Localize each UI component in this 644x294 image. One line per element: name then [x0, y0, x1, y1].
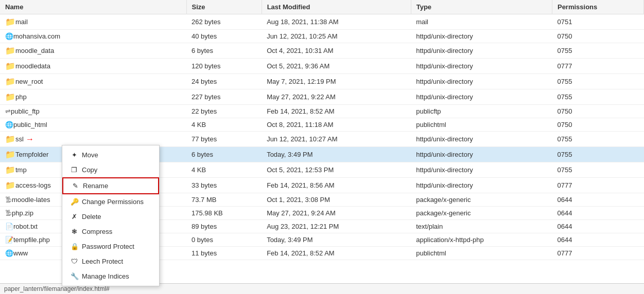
file-size: 11 bytes: [186, 247, 262, 260]
file-perms: 0644: [552, 233, 643, 247]
col-name[interactable]: Name: [0, 0, 186, 14]
table-row[interactable]: 📁 moodledata 120 bytes Oct 5, 2021, 9:36…: [0, 59, 644, 74]
menu-item-label: Compress: [82, 228, 112, 235]
context-menu-item-compress[interactable]: ❃ Compress: [62, 224, 159, 239]
file-perms: 0755: [552, 43, 643, 59]
file-name-cell: 📁 moodle_data: [0, 43, 186, 59]
compress-icon: ❃: [71, 228, 78, 235]
file-type: publichtml: [411, 247, 552, 260]
folder-icon: 📁: [5, 180, 15, 190]
menu-item-label: Leech Protect: [82, 258, 123, 265]
permissions-icon: 🔑: [71, 198, 78, 206]
file-perms: 0755: [552, 132, 643, 147]
file-type: package/x-generic: [411, 207, 552, 220]
arrow-indicator: →: [26, 135, 34, 144]
file-perms: 0755: [552, 89, 643, 105]
folder-icon: 📁: [5, 134, 15, 144]
file-modified: Feb 14, 2021, 8:52 AM: [262, 247, 411, 260]
table-row[interactable]: 📁 ssl → 77 bytes Jun 12, 2021, 10:27 AM …: [0, 132, 644, 147]
file-name-cell: 📁 moodledata: [0, 59, 186, 74]
file-size: 77 bytes: [186, 132, 262, 147]
file-size: 6 bytes: [186, 43, 262, 59]
file-type: httpd/unix-directory: [411, 59, 552, 74]
file-name: access-logs: [15, 181, 51, 189]
file-name-cell: 📁 php: [0, 89, 186, 105]
menu-item-label: Manage Indices: [82, 272, 129, 280]
file-name: tmp: [15, 166, 27, 174]
file-modified: Oct 5, 2021, 9:36 AM: [262, 59, 411, 74]
folder-icon: 📁: [5, 165, 15, 175]
file-modified: Today, 3:49 PM: [262, 147, 411, 162]
file-name-cell: ⇌ public_ftp: [0, 105, 186, 118]
file-type: httpd/unix-directory: [411, 74, 552, 89]
file-perms: 0751: [552, 14, 643, 30]
php-icon: 📝: [5, 236, 13, 244]
file-name: php: [15, 93, 27, 101]
wrench-icon: 🔧: [71, 272, 78, 280]
file-modified: Oct 8, 2021, 11:18 AM: [262, 118, 411, 132]
table-row[interactable]: 📁 new_root 24 bytes May 7, 2021, 12:19 P…: [0, 74, 644, 89]
file-size: 40 bytes: [186, 30, 262, 43]
file-name: Tempfolder: [15, 151, 48, 158]
rename-icon: ✎: [72, 182, 79, 190]
file-modified: Jun 12, 2021, 10:25 AM: [262, 30, 411, 43]
file-modified: Today, 3:49 PM: [262, 233, 411, 247]
file-name: www: [13, 249, 28, 257]
file-type: text/plain: [411, 220, 552, 233]
menu-item-label: Delete: [82, 213, 101, 220]
table-row[interactable]: 🌐 public_html 4 KB Oct 8, 2021, 11:18 AM…: [0, 118, 644, 132]
file-perms: 0755: [552, 74, 643, 89]
file-type: httpd/unix-directory: [411, 132, 552, 147]
table-header-row: Name Size Last Modified Type Permissions: [0, 0, 644, 14]
context-menu-item-delete[interactable]: ✗ Delete: [62, 209, 159, 224]
file-modified: May 27, 2021, 9:24 AM: [262, 207, 411, 220]
folder-icon: 📁: [5, 61, 15, 71]
file-perms: 0755: [552, 162, 643, 178]
file-name: moodle-lates: [12, 196, 50, 204]
file-type: httpd/unix-directory: [411, 162, 552, 178]
table-row[interactable]: 🌐 mohansiva.com 40 bytes Jun 12, 2021, 1…: [0, 30, 644, 43]
txt-icon: 📄: [5, 223, 13, 230]
context-menu-item-copy[interactable]: ❐ Copy: [62, 162, 159, 177]
col-type[interactable]: Type: [411, 0, 552, 14]
context-menu-item-manage-indices[interactable]: 🔧 Manage Indices: [62, 269, 159, 284]
copy-icon: ❐: [71, 166, 78, 174]
zip-icon: 🗜: [5, 209, 12, 217]
file-size: 0 bytes: [186, 233, 262, 247]
file-size: 33 bytes: [186, 178, 262, 193]
file-modified: Feb 14, 2021, 8:56 AM: [262, 178, 411, 193]
context-menu-item-leech-protect[interactable]: 🛡 Leech Protect: [62, 254, 159, 269]
table-row[interactable]: 📁 moodle_data 6 bytes Oct 4, 2021, 10:31…: [0, 43, 644, 59]
file-size: 22 bytes: [186, 105, 262, 118]
table-row[interactable]: ⇌ public_ftp 22 bytes Feb 14, 2021, 8:52…: [0, 105, 644, 118]
file-type: httpd/unix-directory: [411, 43, 552, 59]
file-perms: 0777: [552, 59, 643, 74]
file-name: public_ftp: [11, 107, 40, 115]
col-size[interactable]: Size: [186, 0, 262, 14]
file-name-cell: 📁 new_root: [0, 74, 186, 89]
lock-icon: 🔒: [71, 243, 78, 250]
file-name: tempfile.php: [13, 236, 50, 244]
arrows-icon: ⇌: [5, 107, 11, 115]
table-row[interactable]: 📁 mail 262 bytes Aug 18, 2021, 11:38 AM …: [0, 14, 644, 30]
file-perms: 0750: [552, 30, 643, 43]
file-type: package/x-generic: [411, 193, 552, 207]
context-menu-item-move[interactable]: ✦ Move: [62, 148, 159, 162]
context-menu-item-rename[interactable]: ✎ Rename: [62, 177, 159, 194]
folder-icon: 📁: [5, 77, 15, 86]
folder-icon: 📁: [5, 92, 15, 102]
table-row[interactable]: 📁 php 227 bytes May 27, 2021, 9:22 AM ht…: [0, 89, 644, 105]
file-name-cell: 🌐 public_html: [0, 118, 186, 132]
file-name-cell: 🌐 mohansiva.com: [0, 30, 186, 43]
file-name-cell: 📁 ssl →: [0, 132, 186, 147]
context-menu-item-change-permissions[interactable]: 🔑 Change Permissions: [62, 194, 159, 209]
context-menu-item-password-protect[interactable]: 🔒 Password Protect: [62, 239, 159, 254]
url-display: paper_lantern/filemanager/index.html#: [4, 285, 110, 292]
folder-icon: 📁: [5, 46, 15, 56]
file-modified: Oct 5, 2021, 12:53 PM: [262, 162, 411, 178]
file-type: mail: [411, 14, 552, 30]
col-modified[interactable]: Last Modified: [262, 0, 411, 14]
file-name: new_root: [15, 78, 43, 85]
file-name-cell: 📁 mail: [0, 14, 186, 30]
col-permissions[interactable]: Permissions: [552, 0, 643, 14]
